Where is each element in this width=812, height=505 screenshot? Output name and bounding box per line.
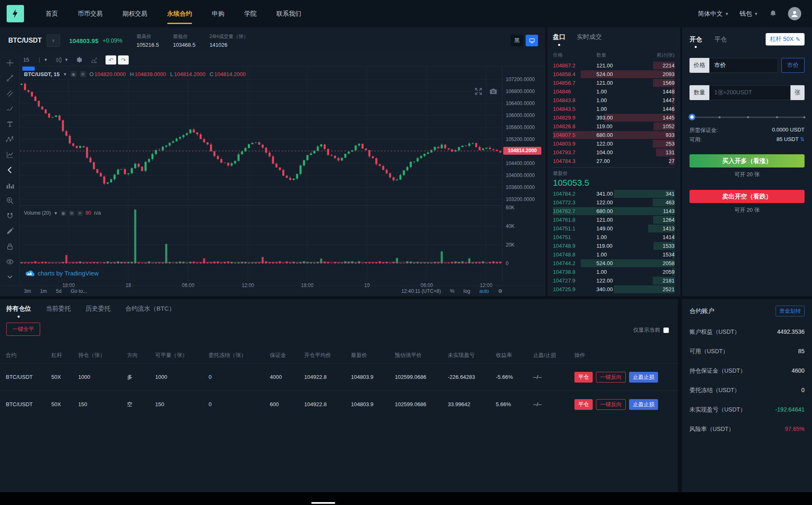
ask-row[interactable]: 104807.5680.00933	[553, 131, 675, 139]
wallet-menu[interactable]: 钱包 ▼	[740, 10, 758, 18]
camera-snapshot-icon[interactable]	[489, 87, 498, 96]
gear-icon[interactable]: ⚙	[80, 71, 86, 77]
forecast-icon[interactable]	[4, 149, 16, 160]
range-1m[interactable]: 1m	[40, 288, 47, 294]
user-avatar[interactable]	[788, 7, 801, 20]
ask-row[interactable]: 104843.51.001446	[553, 105, 675, 113]
close-all-button[interactable]: 一键全平	[6, 323, 40, 336]
ask-row[interactable]: 104843.81.001447	[553, 96, 675, 105]
undo-button[interactable]: ↶	[106, 55, 116, 65]
price-input[interactable]: 市价	[709, 58, 778, 73]
nav-item-2[interactable]: 期权交易	[113, 0, 157, 27]
tp-sl-button[interactable]: 止盈止损	[629, 399, 658, 410]
brand-logo-icon[interactable]	[7, 5, 24, 22]
range-3m[interactable]: 3m	[24, 288, 31, 294]
arrow-back-icon[interactable]	[4, 164, 16, 176]
amount-input[interactable]: 1张≈200USDT	[709, 85, 790, 100]
bid-row[interactable]: 104748.9119.001533	[553, 242, 675, 250]
axis-gear-icon[interactable]: ⚙	[498, 288, 502, 294]
ask-row[interactable]: 104793.7104.00131	[553, 148, 675, 157]
bid-row[interactable]: 104725.9340.002521	[553, 285, 675, 294]
tab-open-position[interactable]: 开仓	[689, 36, 702, 43]
fund-transfer-link[interactable]: 资金划转	[776, 306, 805, 316]
slider-stop[interactable]	[718, 116, 721, 118]
reverse-position-button[interactable]: 一键反向	[596, 372, 626, 383]
chevron-down-icon[interactable]	[4, 271, 16, 283]
bid-row[interactable]: 104784.2341.00341	[553, 189, 675, 198]
zoom-icon[interactable]	[4, 195, 16, 206]
price-axis[interactable]: 107200.0000106800.0000106400.0000106000.…	[502, 66, 543, 281]
tab-orderbook[interactable]: 盘口	[553, 33, 565, 41]
bid-row[interactable]: 104748.81.001534	[553, 250, 675, 259]
range-5d[interactable]: 5d	[56, 288, 61, 294]
indicators-icon[interactable]	[91, 56, 98, 64]
positions-tab-0[interactable]: 持有仓位	[6, 305, 31, 313]
tab-close-position[interactable]: 平仓	[714, 36, 727, 43]
clock-label[interactable]: 12:40:11 (UTC+8)	[401, 288, 441, 294]
bid-row[interactable]: 104727.9122.002181	[553, 276, 675, 285]
nav-item-5[interactable]: 学院	[234, 0, 267, 27]
magnet-icon[interactable]	[4, 210, 16, 222]
text-icon[interactable]	[4, 118, 16, 130]
legend-symbol[interactable]: BTC/USDT, 15	[24, 71, 60, 77]
buy-long-button[interactable]: 买入开多（看涨）	[689, 154, 805, 168]
positions-tab-3[interactable]: 合约流水（BTC）	[125, 305, 175, 313]
gear-icon[interactable]: ⚙	[69, 211, 74, 216]
eye-icon[interactable]: ◉	[70, 71, 77, 77]
slider-stop[interactable]	[803, 116, 805, 118]
volume-label[interactable]: Volume (20)	[24, 210, 51, 216]
brush-icon[interactable]	[4, 103, 16, 115]
ask-row[interactable]: 1048461.001448	[553, 87, 675, 96]
ask-row[interactable]: 104803.9122.00253	[553, 139, 675, 148]
chevron-down-icon[interactable]: ▼	[63, 72, 67, 77]
bid-row[interactable]: 104751.1149.001413	[553, 224, 675, 233]
tab-trades[interactable]: 实时成交	[577, 33, 602, 41]
close-position-button[interactable]: 平仓	[574, 399, 593, 410]
ask-row[interactable]: 104856.7121.001569	[553, 79, 675, 87]
eye-icon[interactable]	[4, 256, 16, 268]
nav-item-6[interactable]: 联系我们	[267, 0, 311, 27]
chevron-down-icon[interactable]: ▼	[54, 211, 58, 215]
pair-select-button[interactable]: ˅	[47, 34, 60, 47]
theme-dark-button[interactable]: 黑	[511, 35, 523, 46]
xabcd-pattern-icon[interactable]	[4, 134, 16, 145]
amount-slider[interactable]	[689, 114, 805, 120]
bid-row[interactable]: 104762.7680.001143	[553, 207, 675, 215]
slider-handle[interactable]	[689, 114, 695, 120]
percent-scale-button[interactable]: %	[450, 288, 454, 294]
edit-icon[interactable]	[4, 225, 16, 237]
crosshair-icon[interactable]	[4, 57, 16, 69]
sell-short-button[interactable]: 卖出开空（看跌）	[689, 190, 805, 203]
eye-icon[interactable]: ◉	[61, 211, 66, 216]
reverse-position-button[interactable]: 一键反向	[596, 399, 626, 410]
slider-stop[interactable]	[747, 116, 749, 118]
bid-row[interactable]: 104738.81.002059	[553, 268, 675, 276]
chart-plot-area[interactable]: BTC/USDT, 15 ▼ ◉ ⚙ O104820.0000 H104839.…	[20, 66, 502, 281]
layout-monitor-button[interactable]	[526, 35, 538, 46]
nav-item-4[interactable]: 申购	[202, 0, 234, 27]
histogram-icon[interactable]	[4, 180, 16, 191]
market-price-button[interactable]: 市价	[781, 58, 805, 73]
trend-line-icon[interactable]	[4, 72, 16, 84]
ask-row[interactable]: 104858.4524.002093	[553, 70, 675, 79]
nav-item-0[interactable]: 首页	[36, 0, 68, 27]
tradingview-watermark[interactable]: charts by TradingView	[25, 270, 98, 277]
close-icon[interactable]: ✕	[77, 211, 83, 216]
intervals-menu-icon[interactable]: ⋮ ▼	[36, 57, 48, 63]
positions-tab-2[interactable]: 历史委托	[86, 305, 111, 313]
leverage-button[interactable]: 杠杆 50X ✎	[766, 33, 805, 45]
transfer-icon[interactable]: ⇅	[800, 136, 805, 142]
close-position-button[interactable]: 平仓	[574, 372, 593, 383]
ask-row[interactable]: 104867.2121.002214	[553, 61, 675, 70]
go-to-date[interactable]: Go to...	[71, 288, 87, 294]
only-current-checkbox[interactable]	[663, 328, 669, 333]
ask-row[interactable]: 104829.9393.001445	[553, 113, 675, 122]
slider-stop[interactable]	[776, 116, 778, 118]
ask-row[interactable]: 104826.8119.001052	[553, 122, 675, 131]
bid-row[interactable]: 1047511.001414	[553, 233, 675, 242]
parallel-channel-icon[interactable]	[4, 88, 16, 99]
interval-button[interactable]: 15	[23, 57, 29, 63]
log-scale-button[interactable]: log	[464, 288, 470, 294]
chart-style-icon[interactable]: ▼	[55, 56, 68, 64]
lock-icon[interactable]	[4, 241, 16, 252]
